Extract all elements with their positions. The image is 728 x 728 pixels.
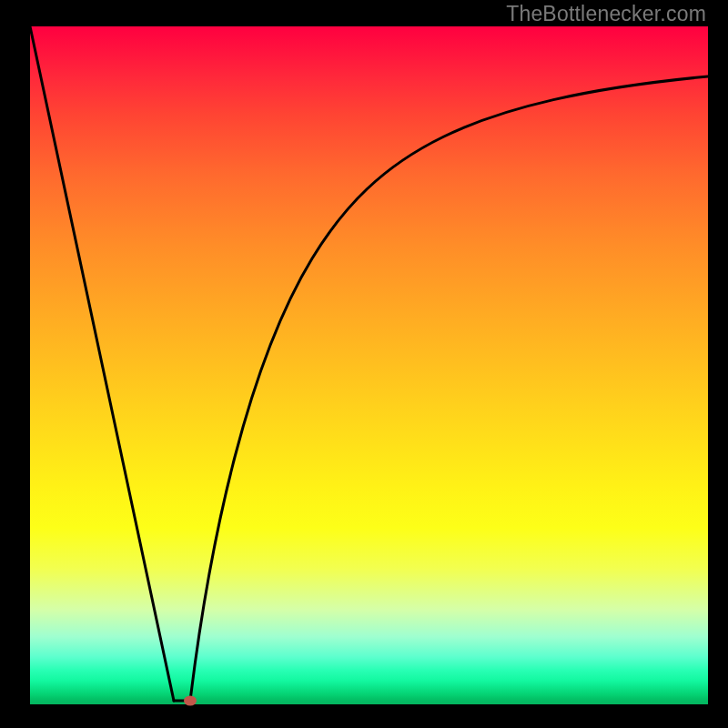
chart-line-curve	[30, 26, 708, 704]
chart-marker-minimum	[184, 696, 197, 706]
attribution-label: TheBottlenecker.com	[506, 2, 706, 26]
chart-container: TheBottlenecker.com	[0, 0, 728, 728]
chart-plot-area	[30, 26, 708, 704]
